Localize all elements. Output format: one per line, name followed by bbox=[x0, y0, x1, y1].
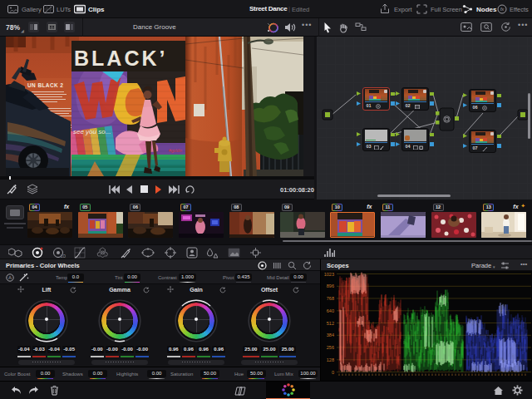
svg-text:fx: fx bbox=[500, 7, 505, 12]
svg-text:see you so...: see you so... bbox=[73, 128, 111, 135]
svg-text:UN BLACK 2: UN BLACK 2 bbox=[27, 82, 63, 88]
svg-text:128: 128 bbox=[327, 357, 334, 362]
svg-text:256: 256 bbox=[327, 345, 334, 350]
svg-text:640: 640 bbox=[327, 308, 334, 313]
svg-text:512: 512 bbox=[327, 321, 334, 326]
svg-text:A: A bbox=[8, 275, 12, 280]
svg-text:LOG: LOG bbox=[61, 254, 66, 259]
svg-text:0: 0 bbox=[332, 370, 334, 375]
svg-text:#goldin: #goldin bbox=[169, 148, 182, 153]
svg-text:768: 768 bbox=[327, 296, 334, 301]
svg-text:896: 896 bbox=[327, 283, 334, 288]
svg-text:1023: 1023 bbox=[324, 272, 334, 277]
svg-text:384: 384 bbox=[327, 332, 334, 337]
svg-text:BLACK’: BLACK’ bbox=[74, 47, 167, 70]
